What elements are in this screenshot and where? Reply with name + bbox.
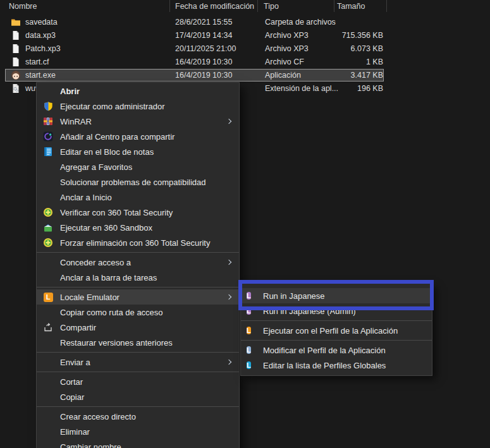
menu-item-enviar-a[interactable]: Enviar a bbox=[37, 354, 239, 370]
menu-item-copiar[interactable]: Copiar bbox=[37, 389, 239, 404]
menu-item-label: Agregar a Favoritos bbox=[60, 162, 132, 172]
menu-item-forzar-eliminacion-360[interactable]: Forzar eliminación con 360 Total Securit… bbox=[37, 235, 239, 250]
menu-item-abrir[interactable]: Abrir bbox=[37, 83, 239, 99]
menu-item-label: Locale Emulator bbox=[60, 293, 119, 302]
file-name[interactable]: Patch.xp3 bbox=[25, 44, 61, 53]
360-sandbox-icon bbox=[43, 222, 53, 233]
menu-item-label: Eliminar bbox=[60, 427, 90, 437]
uac-shield-icon bbox=[43, 101, 53, 111]
column-divider[interactable] bbox=[257, 0, 258, 12]
menu-item-label: Verificar con 360 Total Security bbox=[60, 208, 173, 217]
column-divider[interactable] bbox=[334, 0, 334, 12]
menu-separator bbox=[37, 287, 239, 288]
file-icon bbox=[11, 57, 21, 67]
menu-separator bbox=[241, 320, 432, 321]
360-check-icon bbox=[43, 207, 53, 217]
menu-item-verificar-360[interactable]: Verificar con 360 Total Security bbox=[37, 205, 239, 220]
context-menu: Abrir Ejecutar como administrador WinRAR bbox=[36, 82, 240, 448]
file-name[interactable]: start.cf bbox=[25, 58, 49, 66]
file-type: Archivo XP3 bbox=[265, 31, 309, 40]
menu-item-crear-acceso-directo[interactable]: Crear acceso directo bbox=[37, 409, 239, 424]
menu-item-compartir[interactable]: Compartir bbox=[37, 320, 239, 335]
menu-separator bbox=[37, 406, 239, 407]
file-name[interactable]: data.xp3 bbox=[25, 31, 56, 40]
column-header: Nombre Fecha de modificación Tipo Tamaño bbox=[0, 0, 490, 14]
submenu-item-label: Modificar el Perfil de la Aplicación bbox=[263, 346, 386, 355]
menu-separator bbox=[37, 352, 239, 353]
menu-item-locale-emulator[interactable]: L Locale Emulator bbox=[37, 289, 239, 305]
column-divider[interactable] bbox=[386, 0, 387, 12]
menu-item-label: Cambiar nombre bbox=[60, 442, 121, 448]
file-size: 3.417 KB bbox=[351, 71, 383, 80]
file-date: 20/11/2025 21:00 bbox=[175, 44, 236, 53]
menu-item-label: Anclar a Inicio bbox=[60, 193, 112, 202]
menu-item-anclar-barra-tareas[interactable]: Anclar a la barra de tareas bbox=[37, 270, 239, 285]
column-divider[interactable] bbox=[169, 0, 170, 12]
locale-l-orange-icon: L bbox=[247, 325, 251, 336]
file-type: Carpeta de archivos bbox=[265, 18, 336, 27]
menu-item-anclar-a-inicio[interactable]: Anclar a Inicio bbox=[37, 190, 239, 205]
file-type: Archivo CF bbox=[265, 58, 304, 66]
file-name[interactable]: start.exe bbox=[25, 71, 56, 80]
locale-l-steel-icon: L bbox=[247, 345, 251, 355]
menu-item-winrar[interactable]: WinRAR bbox=[37, 114, 239, 129]
menu-item-ejecutar-como-administrador[interactable]: Ejecutar como administrador bbox=[37, 99, 239, 114]
file-row-start-exe-selected[interactable]: start.exe 16/4/2019 10:30 Aplicación 3.4… bbox=[0, 69, 490, 82]
submenu-item-label: Ejecutar con el Perfil de la Aplicación bbox=[263, 326, 398, 336]
menu-item-cortar[interactable]: Cortar bbox=[37, 374, 239, 389]
file-date: 28/6/2021 15:55 bbox=[175, 18, 232, 27]
file-date: 17/4/2019 14:34 bbox=[175, 31, 232, 40]
menu-item-restaurar-versiones[interactable]: Restaurar versiones anteriores bbox=[37, 335, 239, 350]
selection-highlight-box bbox=[238, 280, 434, 310]
file-type: Archivo XP3 bbox=[265, 44, 309, 53]
menu-item-label: Compartir bbox=[60, 323, 96, 332]
menu-item-cambiar-nombre[interactable]: Cambiar nombre bbox=[37, 439, 239, 448]
file-icon bbox=[11, 30, 21, 40]
file-row-data-xp3[interactable]: data.xp3 17/4/2019 14:34 Archivo XP3 715… bbox=[0, 29, 490, 42]
menu-item-anadir-al-centro[interactable]: Añadir al Centro para compartir bbox=[37, 129, 239, 144]
menu-item-label: Ejecutar en 360 Sandbox bbox=[60, 223, 152, 233]
file-row-start-cf[interactable]: start.cf 16/4/2019 10:30 Archivo CF 1 KB bbox=[0, 56, 490, 69]
winrar-icon bbox=[43, 116, 53, 126]
file-icon bbox=[11, 44, 21, 54]
file-size: 6.073 KB bbox=[351, 44, 383, 53]
submenu-arrow-icon bbox=[226, 294, 231, 300]
submenu-item-ejecutar-con-perfil[interactable]: L Ejecutar con el Perfil de la Aplicació… bbox=[241, 323, 432, 338]
menu-item-label: Copiar como ruta de acceso bbox=[60, 308, 163, 317]
menu-item-eliminar[interactable]: Eliminar bbox=[37, 424, 239, 439]
menu-item-label: Restaurar versiones anteriores bbox=[60, 338, 173, 348]
file-row-patch-xp3[interactable]: Patch.xp3 20/11/2025 21:00 Archivo XP3 6… bbox=[0, 42, 490, 56]
file-row-savedata[interactable]: savedata 28/6/2021 15:55 Carpeta de arch… bbox=[0, 16, 490, 29]
file-size: 1 KB bbox=[366, 58, 383, 66]
locale-emulator-icon: L bbox=[43, 292, 53, 302]
menu-item-label: Forzar eliminación con 360 Total Securit… bbox=[60, 238, 211, 248]
submenu-arrow-icon bbox=[226, 360, 231, 365]
menu-item-editar-bloc-de-notas[interactable]: Editar en el Bloc de notas bbox=[37, 144, 239, 159]
folder-icon bbox=[11, 17, 21, 27]
menu-item-label: Anclar a la barra de tareas bbox=[60, 273, 157, 282]
file-date: 16/4/2019 10:30 bbox=[175, 71, 232, 80]
file-type: Extensión de la apl... bbox=[265, 84, 338, 93]
menu-item-agregar-a-favoritos[interactable]: Agregar a Favoritos bbox=[37, 159, 239, 174]
column-header-type[interactable]: Tipo bbox=[264, 2, 279, 11]
menu-item-conceder-acceso[interactable]: Conceder acceso a bbox=[37, 255, 239, 270]
submenu-item-modificar-perfil[interactable]: L Modificar el Perfil de la Aplicación bbox=[241, 342, 432, 358]
360-force-delete-icon bbox=[43, 238, 53, 248]
column-header-name[interactable]: Nombre bbox=[9, 2, 37, 11]
menu-item-ejecutar-360-sandbox[interactable]: Ejecutar en 360 Sandbox bbox=[37, 220, 239, 235]
column-header-date[interactable]: Fecha de modificación bbox=[175, 2, 254, 11]
locale-l-cyan-icon: L bbox=[247, 360, 251, 370]
submenu-item-editar-lista-perfiles[interactable]: L Editar la lista de Perfiles Globales bbox=[241, 358, 432, 373]
menu-separator bbox=[241, 340, 432, 341]
notepad-icon bbox=[43, 147, 53, 157]
dll-gear-icon bbox=[11, 83, 21, 94]
menu-separator bbox=[37, 372, 239, 372]
menu-item-copiar-como-ruta[interactable]: Copiar como ruta de acceso bbox=[37, 305, 239, 320]
menu-item-label: Solucionar problemas de compatibilidad bbox=[60, 178, 206, 187]
menu-item-label: Copiar bbox=[60, 392, 84, 402]
file-name[interactable]: savedata bbox=[25, 18, 58, 27]
share-icon bbox=[43, 322, 53, 332]
menu-item-solucionar-problemas[interactable]: Solucionar problemas de compatibilidad bbox=[37, 174, 239, 190]
column-header-size[interactable]: Tamaño bbox=[337, 2, 365, 11]
menu-item-label: Ejecutar como administrador bbox=[60, 102, 164, 111]
